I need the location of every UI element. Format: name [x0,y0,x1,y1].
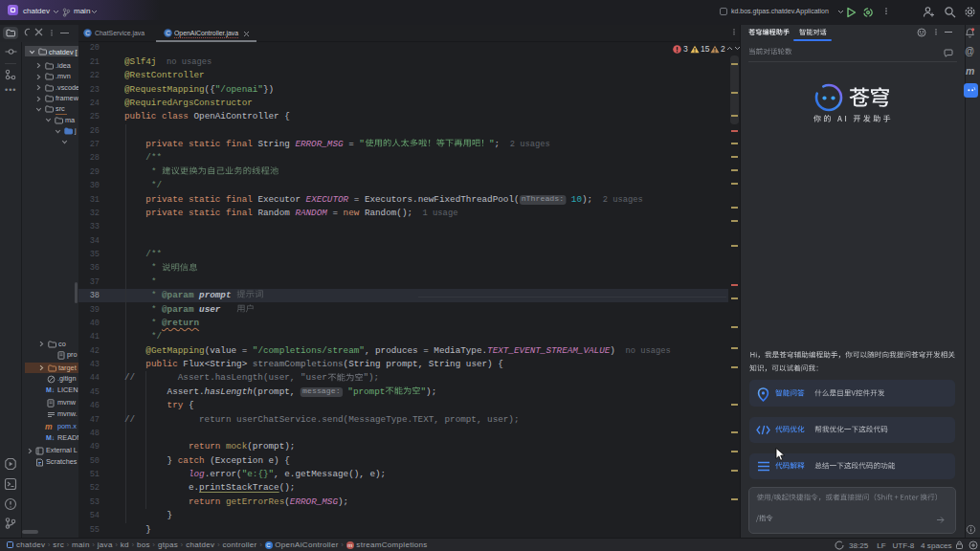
svg-text:C: C [166,30,170,36]
svg-text:C: C [85,30,90,36]
